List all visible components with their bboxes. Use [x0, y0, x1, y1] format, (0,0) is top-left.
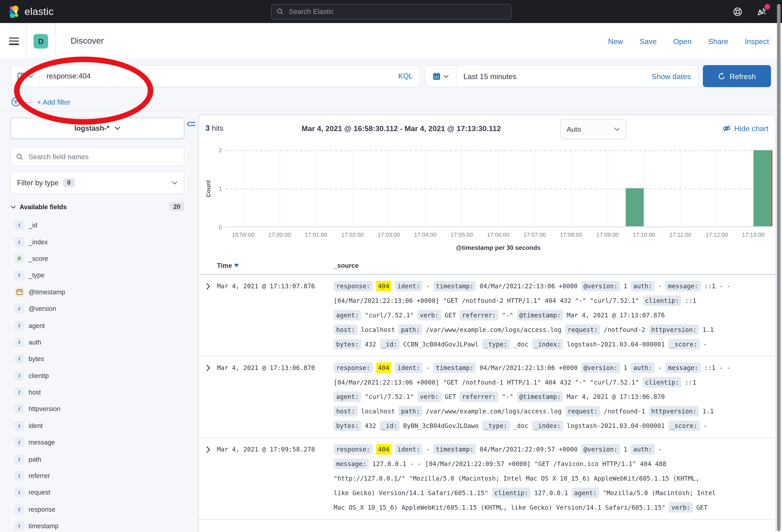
current-time-marker — [771, 150, 773, 226]
chevron-down-icon — [171, 181, 178, 185]
query-language-button[interactable]: KQL — [391, 72, 420, 80]
field-item-message[interactable]: tmessage — [10, 434, 190, 451]
field-pill: request: — [565, 406, 600, 417]
y-axis-title: Count — [204, 150, 213, 227]
scrollbar[interactable] — [776, 0, 782, 532]
hide-chart-button[interactable]: Hide chart — [722, 124, 769, 133]
query-input-box[interactable]: KQL — [11, 65, 420, 87]
histogram-bar-17:09:30[interactable] — [626, 188, 644, 226]
field-item-request[interactable]: trequest — [10, 484, 190, 501]
scrollbar-thumb[interactable] — [777, 4, 781, 531]
field-item-type[interactable]: t_type — [10, 267, 190, 284]
hits-count: 3 hits — [205, 124, 223, 133]
source-line: bytes:432_id:ByBN_3cB04dGovJLOawo_type:_… — [333, 418, 775, 433]
y-axis-ticks: 012 — [213, 150, 225, 227]
x-tick-label: 17:01:00 — [305, 232, 327, 238]
time-range-value[interactable]: Last 15 minutes — [456, 72, 517, 80]
field-value: Mar 4, 2021 @ 17:13:07.876 — [567, 311, 665, 319]
nav-action-new[interactable]: New — [608, 37, 623, 45]
field-value: 1.1 — [703, 326, 714, 334]
content-area: logstash-* Filter by type 0 — [0, 112, 782, 532]
date-picker[interactable]: Last 15 minutes Show dates — [425, 65, 699, 87]
saved-query-menu-button[interactable] — [11, 66, 40, 87]
source-line: [04/Mar/2021:22:13:06 +0000] "GET /notfo… — [333, 375, 775, 389]
field-value: Mac OS X 10_15_6) AppleWebKit/605.1.15 (… — [333, 504, 665, 511]
expand-row-button[interactable] — [199, 442, 217, 515]
x-tick-label: 17:06:00 — [487, 232, 509, 238]
field-pill: _type: — [482, 421, 510, 431]
nav-action-save[interactable]: Save — [640, 37, 657, 45]
field-item-httpversion[interactable]: thttpversion — [10, 401, 190, 417]
string-field-icon: t — [14, 454, 24, 464]
field-search-input[interactable] — [28, 152, 179, 161]
field-value: [04/Mar/2021:22:13:06 +0000] "GET /notfo… — [333, 297, 639, 304]
refresh-button[interactable]: Refresh — [703, 65, 771, 87]
filter-count-badge: 0 — [63, 178, 75, 187]
chevron-down-icon — [443, 74, 449, 78]
index-pattern-value: logstash-* — [74, 124, 109, 132]
column-header-time[interactable]: Time — [217, 262, 333, 269]
field-item-response[interactable]: tresponse — [10, 501, 190, 518]
field-value: localhost — [361, 408, 395, 415]
show-dates-button[interactable]: Show dates — [651, 72, 698, 80]
field-search-box[interactable] — [10, 147, 184, 166]
field-item-index[interactable]: t_index — [10, 233, 190, 250]
query-input[interactable] — [39, 72, 391, 80]
add-filter-button[interactable]: + Add filter — [37, 98, 70, 106]
field-pill: _score: — [668, 421, 700, 431]
nav-action-inspect[interactable]: Inspect — [745, 37, 769, 45]
highlighted-value: 404 — [376, 444, 391, 455]
discover-app-badge[interactable]: D — [34, 34, 48, 48]
available-fields-header[interactable]: Available fields 20 — [10, 202, 184, 211]
field-item-score[interactable]: #_score — [10, 250, 190, 267]
filter-menu-icon[interactable] — [11, 97, 21, 107]
available-fields-count-badge: 20 — [169, 202, 184, 211]
field-pill: agent: — [572, 488, 599, 498]
field-name: _score — [29, 255, 48, 262]
field-item-path[interactable]: tpath — [10, 451, 190, 467]
index-pattern-select[interactable]: logstash-* — [10, 118, 184, 139]
gridline-x — [243, 150, 244, 226]
field-pill: host: — [333, 406, 357, 417]
field-item-clientip[interactable]: tclientip — [10, 367, 190, 384]
field-item-version[interactable]: t@version — [10, 300, 190, 317]
newsfeed-icon[interactable] — [756, 6, 767, 17]
field-value: _doc — [513, 341, 528, 348]
field-item-timestamp[interactable]: @timestamp — [10, 283, 190, 300]
field-item-ident[interactable]: tident — [10, 417, 190, 434]
field-pill: path: — [398, 325, 422, 335]
expand-row-button[interactable] — [199, 360, 217, 433]
filter-by-type-select[interactable]: Filter by type 0 — [10, 171, 184, 194]
menu-icon[interactable] — [9, 37, 19, 45]
global-search-input[interactable] — [288, 7, 506, 16]
field-item-timestamp[interactable]: ttimestamp — [10, 518, 190, 532]
field-item-auth[interactable]: tauth — [10, 334, 190, 350]
expand-row-button[interactable] — [199, 279, 217, 351]
collapse-sidebar-icon[interactable] — [187, 120, 196, 128]
chevron-down-icon — [114, 126, 120, 130]
global-search-box[interactable] — [271, 4, 511, 19]
field-value: Mar 4, 2021 @ 17:13:06.870 — [567, 393, 665, 401]
histogram-bar-17:13:00[interactable] — [753, 150, 772, 226]
column-header-source[interactable]: _source — [333, 262, 775, 269]
field-item-agent[interactable]: tagent — [10, 317, 190, 334]
field-item-id[interactable]: t_id — [10, 217, 190, 233]
field-pill: auth: — [631, 444, 655, 455]
source-line: Mac OS X 10_15_6) AppleWebKit/605.1.15 (… — [333, 500, 775, 515]
divider — [55, 23, 56, 59]
date-quick-menu-button[interactable] — [425, 66, 456, 87]
interval-select[interactable]: Auto — [561, 119, 626, 139]
string-field-icon: t — [14, 521, 24, 531]
field-pill: agent: — [333, 310, 361, 320]
nav-action-open[interactable]: Open — [673, 37, 692, 45]
plot-area[interactable] — [225, 150, 772, 227]
nav-action-share[interactable]: Share — [708, 37, 728, 45]
field-name: @version — [29, 305, 56, 312]
help-icon[interactable] — [732, 6, 743, 17]
interval-value: Auto — [567, 125, 581, 133]
field-item-host[interactable]: thost — [10, 384, 190, 401]
elastic-brand[interactable]: elastic — [7, 5, 54, 18]
field-name: host — [29, 388, 41, 396]
field-item-bytes[interactable]: tbytes — [10, 350, 190, 367]
field-item-referrer[interactable]: treferrer — [10, 467, 190, 484]
